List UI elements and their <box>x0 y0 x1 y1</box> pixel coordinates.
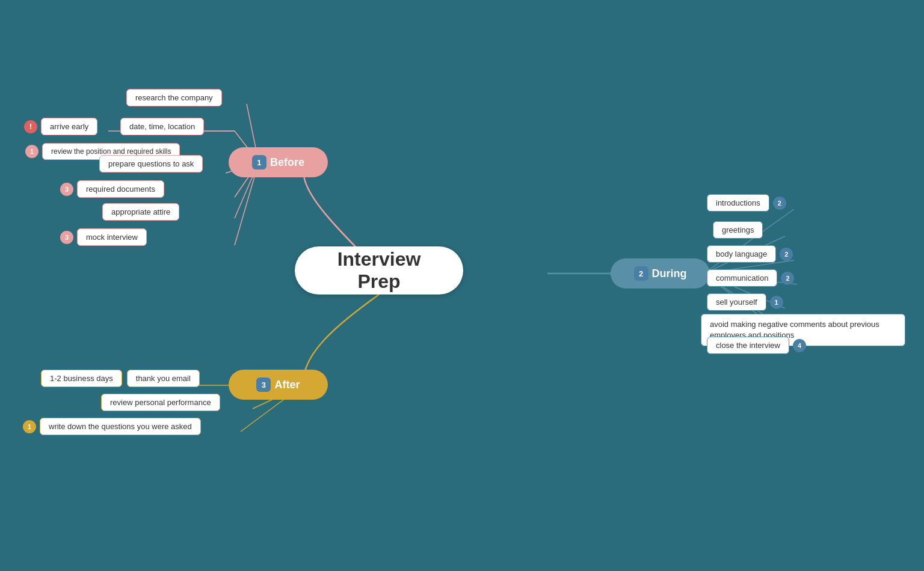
body-language-badge: 2 <box>780 248 793 261</box>
after-item-write-questions: 1 write down the questions you were aske… <box>23 418 201 435</box>
before-label: Before <box>270 156 304 169</box>
sell-yourself-box: sell yourself <box>707 293 766 311</box>
central-label: Interview Prep <box>319 248 439 293</box>
write-questions-badge: 1 <box>23 420 36 433</box>
body-language-box: body language <box>707 245 776 263</box>
during-item-body-language: body language 2 <box>707 245 793 263</box>
during-num: 2 <box>634 266 648 281</box>
during-item-close: close the interview 4 <box>707 337 806 354</box>
close-interview-badge: 4 <box>793 339 806 352</box>
after-label: After <box>274 379 300 391</box>
review-performance-label: review personal performance <box>110 398 211 407</box>
during-item-greetings: greetings <box>713 221 763 239</box>
before-item-prepare: prepare questions to ask <box>99 155 203 173</box>
arrive-early-box: arrive early <box>41 118 97 135</box>
communication-badge: 2 <box>781 272 794 285</box>
during-item-communication: communication 2 <box>707 269 794 287</box>
after-item-thank-you-group: 1-2 business days thank you email <box>41 370 200 387</box>
after-item-review-performance: review personal performance <box>101 394 220 411</box>
before-item-arrive-early: ! arrive early <box>24 118 97 135</box>
greetings-label: greetings <box>722 225 754 234</box>
arrive-early-badge: ! <box>24 120 37 133</box>
before-item-attire: appropriate attire <box>102 203 179 221</box>
mock-box: mock interview <box>77 228 147 246</box>
communication-box: communication <box>707 269 777 287</box>
before-item-date-label: date, time, location <box>129 122 195 131</box>
before-item-date: date, time, location <box>120 118 204 135</box>
close-interview-box: close the interview <box>707 337 789 354</box>
category-during[interactable]: 2 During <box>611 258 710 289</box>
write-questions-box: write down the questions you were asked <box>40 418 201 435</box>
before-item-prepare-label: prepare questions to ask <box>108 159 194 168</box>
before-item-research: research the company <box>126 89 222 106</box>
after-item-business-days: 1-2 business days <box>41 370 122 387</box>
after-item-thank-you: thank you email <box>127 370 200 387</box>
before-item-research-label: research the company <box>135 93 213 102</box>
introductions-box: introductions <box>707 194 769 212</box>
during-label: During <box>652 267 687 280</box>
mock-badge: 3 <box>60 231 73 244</box>
required-docs-box: required documents <box>77 180 164 198</box>
sell-yourself-badge: 1 <box>770 296 783 309</box>
svg-line-12 <box>704 209 794 273</box>
category-before[interactable]: 1 Before <box>229 147 328 177</box>
during-item-sell-yourself: sell yourself 1 <box>707 293 783 311</box>
before-num: 1 <box>252 155 266 169</box>
before-item-mock: 3 mock interview <box>60 228 147 246</box>
before-item-attire-label: appropriate attire <box>111 207 170 216</box>
introductions-badge: 2 <box>773 197 786 210</box>
before-item-required-docs: 3 required documents <box>60 180 164 198</box>
central-node: Interview Prep <box>295 246 463 295</box>
after-num: 3 <box>256 377 271 392</box>
category-after[interactable]: 3 After <box>229 370 328 400</box>
during-item-introductions: introductions 2 <box>707 194 786 212</box>
review-position-badge: 1 <box>25 145 38 158</box>
required-docs-badge: 3 <box>60 183 73 196</box>
